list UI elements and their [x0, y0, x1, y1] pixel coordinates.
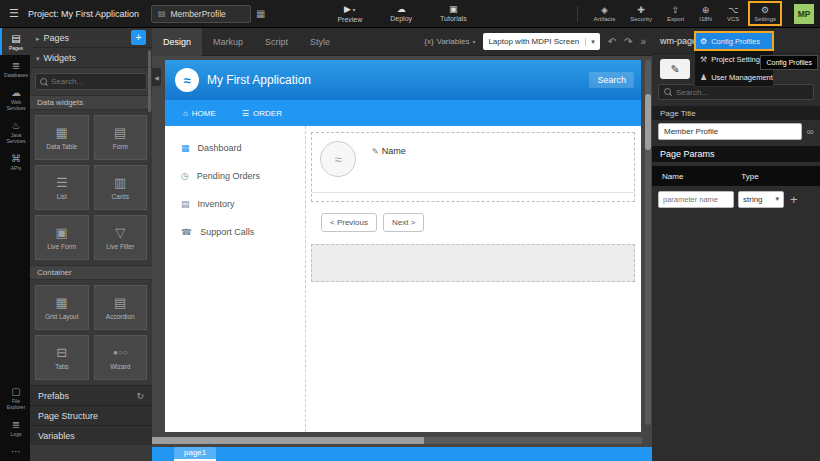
grid-layout-icon: ▦: [56, 296, 68, 310]
rail-item-apis[interactable]: ⌘ APIs: [0, 148, 30, 175]
widget-tile-live-form[interactable]: ▣ Live Form: [35, 215, 89, 260]
vcs-button[interactable]: ⌥ VCS: [724, 4, 742, 23]
dashboard-icon: ▦: [181, 143, 190, 153]
security-button[interactable]: ✚ Security: [627, 4, 655, 23]
list-widget[interactable]: ≈ ✎ Name: [311, 132, 635, 202]
edit-page-button[interactable]: ✎: [660, 59, 690, 79]
side-nav-support-calls[interactable]: ☎ Support Calls: [165, 218, 305, 246]
widget-tile-list[interactable]: ☰ List: [35, 165, 89, 210]
widget-tile-form[interactable]: ▤ Form: [94, 115, 148, 160]
export-button[interactable]: ⇪ Export: [664, 4, 687, 23]
tab-design[interactable]: Design: [152, 28, 202, 56]
tab-markup[interactable]: Markup: [202, 28, 254, 56]
edit-pencil-icon: ✎: [670, 63, 679, 76]
rail-label: Logs: [10, 431, 23, 437]
rail-item-java-services[interactable]: ♨ Java Services: [0, 115, 30, 148]
variables-dropdown[interactable]: {x} Variables: [424, 37, 475, 46]
preview-nav-order[interactable]: ☰ ORDER: [242, 109, 282, 118]
file-explorer-icon: ▢: [11, 386, 20, 397]
deploy-icon: ☁: [397, 4, 406, 14]
project-settings-icon: ⚒: [700, 55, 707, 64]
accordion-icon: ▤: [114, 296, 126, 310]
horizontal-scroll-thumb[interactable]: [152, 437, 424, 444]
canvas-vertical-scrollbar[interactable]: [645, 60, 651, 425]
i18n-button[interactable]: ⊕ I18N: [696, 4, 715, 23]
preview-button[interactable]: ▶ Preview: [337, 4, 362, 23]
page-structure-section-header[interactable]: Page Structure: [30, 405, 152, 425]
page1-tab[interactable]: page1: [174, 447, 216, 461]
app-logo-icon: ≈: [175, 68, 199, 92]
variables-dropdown-label: Variables: [437, 37, 470, 46]
refresh-icon[interactable]: ↻: [136, 391, 144, 401]
widget-tile-data-table[interactable]: ▦ Data Table: [35, 115, 89, 160]
rail-label: Pages: [8, 45, 24, 51]
widget-tile-tabs[interactable]: ⊟ Tabs: [35, 335, 89, 380]
menu-item-config-profiles[interactable]: ⚙ Config Profiles: [695, 32, 773, 50]
widget-tile-accordion[interactable]: ▤ Accordion: [94, 285, 148, 330]
side-nav-pending-orders[interactable]: ◷ Pending Orders: [165, 162, 305, 190]
page-selector-value: MemberProfile: [170, 9, 225, 19]
left-panel-scrollbar[interactable]: [148, 50, 151, 112]
tutorials-button[interactable]: ▣ Tutorials: [440, 4, 467, 23]
collapse-panel-icon[interactable]: »: [640, 36, 646, 47]
properties-search-input[interactable]: [676, 88, 808, 97]
rail-label: File Explorer: [2, 398, 30, 410]
rail-item-pages[interactable]: ▤ Pages: [0, 28, 30, 55]
bind-link-icon[interactable]: ∞: [807, 126, 814, 137]
tab-script[interactable]: Script: [254, 28, 299, 56]
widget-tile-cards[interactable]: ▥ Cards: [94, 165, 148, 210]
vcs-icon: ⌥: [728, 5, 738, 15]
rail-item-more[interactable]: ⋯: [0, 441, 30, 461]
variables-section-header[interactable]: Variables: [30, 425, 152, 445]
preview-nav-home[interactable]: ⌂ HOME: [183, 109, 216, 118]
widgets-section-header[interactable]: Widgets: [30, 48, 152, 68]
redo-icon[interactable]: ↷: [624, 36, 632, 47]
artifacts-button[interactable]: ◈ Artifacts: [591, 4, 619, 23]
prefabs-section-header[interactable]: Prefabs ↻: [30, 385, 152, 405]
vertical-scroll-thumb[interactable]: [645, 94, 651, 150]
user-avatar[interactable]: MP: [794, 4, 814, 24]
left-icon-rail: ▤ Pages ≣ Databases ☁ Web Services ♨ Jav…: [0, 28, 30, 461]
widget-tile-grid-layout[interactable]: ▦ Grid Layout: [35, 285, 89, 330]
tile-label: Live Form: [47, 243, 76, 250]
side-nav-label: Pending Orders: [197, 171, 260, 181]
next-page-button[interactable]: Next >: [383, 213, 424, 232]
preview-search-button[interactable]: Search: [589, 72, 634, 88]
collapse-left-panel-icon[interactable]: ◀: [152, 68, 161, 86]
previous-page-button[interactable]: < Previous: [321, 213, 377, 232]
widget-search-input[interactable]: [51, 77, 142, 86]
param-name-input[interactable]: [658, 191, 734, 208]
widget-tile-wizard[interactable]: ●○○ Wizard: [94, 335, 148, 380]
page-selector-dropdown[interactable]: ▤ MemberProfile: [151, 5, 251, 23]
param-table-header: Name Type: [652, 166, 820, 186]
settings-button[interactable]: ⚙ Settings: [751, 4, 779, 23]
page-title-input[interactable]: [658, 123, 802, 140]
undo-icon[interactable]: ↶: [608, 36, 616, 47]
hamburger-menu-icon[interactable]: ☰: [0, 7, 28, 20]
deploy-label: Deploy: [390, 15, 412, 22]
menu-item-user-management[interactable]: ♟ User Management: [695, 68, 773, 86]
rail-item-web-services[interactable]: ☁ Web Services: [0, 82, 30, 115]
side-nav-dashboard[interactable]: ▦ Dashboard: [165, 134, 305, 162]
add-page-button[interactable]: +: [131, 30, 146, 45]
pages-grid-icon[interactable]: ▦: [256, 8, 265, 19]
canvas-horizontal-scrollbar[interactable]: [152, 437, 642, 444]
deploy-button[interactable]: ☁ Deploy: [390, 4, 412, 23]
rail-item-databases[interactable]: ≣ Databases: [0, 55, 30, 82]
preview-side-nav: ▦ Dashboard ◷ Pending Orders ▤ Inventory…: [165, 126, 305, 432]
rendered-page-preview[interactable]: ≈ My First Application Search ⌂ HOME ☰ O…: [165, 60, 641, 432]
empty-container-widget[interactable]: [311, 244, 635, 282]
rail-label: APIs: [10, 165, 23, 171]
param-type-select[interactable]: string: [738, 191, 784, 208]
tab-style[interactable]: Style: [299, 28, 341, 56]
rail-item-file-explorer[interactable]: ▢ File Explorer: [0, 381, 30, 414]
device-dropdown[interactable]: Laptop with MDPI Screen: [483, 33, 599, 50]
preview-app-header[interactable]: ≈ My First Application Search: [165, 60, 641, 100]
widget-tile-live-filter[interactable]: ▽ Live Filter: [94, 215, 148, 260]
list-item-card[interactable]: ≈ ✎ Name: [312, 133, 634, 193]
side-nav-inventory[interactable]: ▤ Inventory: [165, 190, 305, 218]
pages-section-header[interactable]: Pages +: [30, 28, 152, 48]
order-icon: ☰: [242, 109, 249, 118]
rail-item-logs[interactable]: ≣ Logs: [0, 414, 30, 441]
add-param-button[interactable]: +: [790, 192, 798, 207]
